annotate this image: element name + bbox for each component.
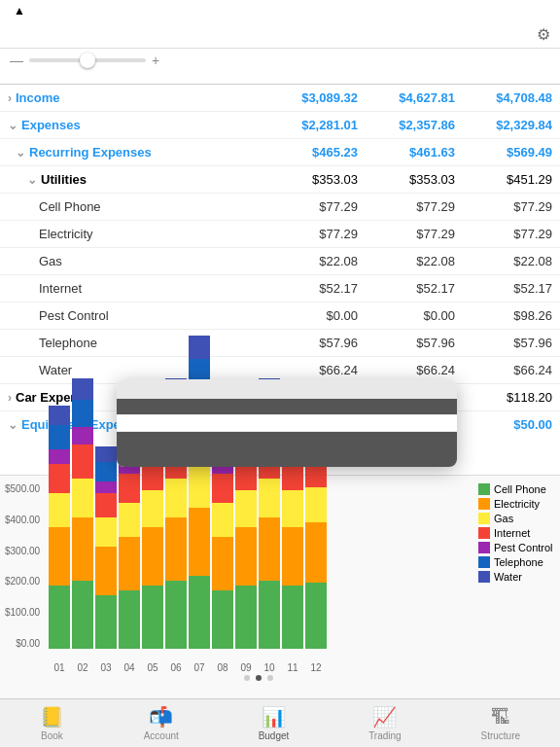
chevron-icon: ⌄ — [8, 119, 18, 132]
table-row[interactable]: Gas $22.08 $22.08 $22.08 — [0, 248, 560, 275]
tab-icon: 📒 — [40, 705, 64, 729]
bar-segment — [119, 590, 140, 649]
row-col3: $98.26 — [463, 304, 560, 327]
tab-book[interactable]: 📒 Book — [32, 701, 72, 745]
x-axis-label: 11 — [282, 662, 303, 673]
legend-label: Electricity — [494, 498, 540, 510]
legend-color — [478, 483, 490, 495]
legend-color — [478, 498, 490, 510]
chevron-icon: › — [8, 391, 12, 405]
legend-item: Cell Phone — [478, 483, 554, 495]
x-axis-label: 04 — [119, 662, 140, 673]
bar-group[interactable] — [49, 406, 70, 649]
zoom-slider-row: — + — [0, 49, 560, 72]
col-july[interactable] — [366, 72, 463, 84]
bar-segment — [119, 537, 140, 590]
bar-segment — [72, 378, 93, 400]
legend-item: Internet — [478, 527, 554, 539]
zoom-in-button[interactable]: + — [152, 53, 159, 68]
table-row[interactable]: Electricity $77.29 $77.29 $77.29 — [0, 221, 560, 248]
bar-segment — [72, 400, 93, 427]
dot-3[interactable] — [267, 675, 273, 681]
tab-budget[interactable]: 📊 Budget — [251, 701, 298, 745]
table-header — [0, 72, 560, 85]
chevron-icon: ⌄ — [16, 146, 25, 160]
table-row[interactable]: ⌄Utilities $353.03 $353.03 $451.29 — [0, 166, 560, 194]
tab-structure[interactable]: 🏗 Structure — [472, 702, 528, 745]
bar-segment — [189, 576, 210, 649]
row-col3: $77.29 — [463, 223, 560, 245]
tab-account[interactable]: 📬 Account — [136, 701, 187, 745]
bar-segment — [95, 446, 117, 462]
chevron-icon: › — [8, 91, 12, 105]
row-label: Electricity — [0, 223, 268, 245]
legend-label: Internet — [494, 527, 530, 539]
legend-color — [478, 542, 490, 553]
table-row[interactable]: Cell Phone $77.29 $77.29 $77.29 — [0, 194, 560, 221]
tab-icon: 📊 — [262, 705, 286, 729]
bar-segment — [305, 522, 327, 583]
legend-label: Gas — [494, 513, 513, 524]
row-label: ⌄Utilities — [0, 168, 268, 191]
row-col1: $465.23 — [268, 141, 366, 163]
row-col3: $52.17 — [463, 277, 560, 300]
chart-bars — [49, 483, 469, 649]
slider-thumb[interactable] — [80, 53, 95, 68]
bar-segment — [95, 462, 117, 481]
row-col2: $77.29 — [366, 223, 463, 245]
row-col2: $22.08 — [366, 250, 463, 272]
row-col3: $57.96 — [463, 332, 560, 354]
tab-icon: 📈 — [372, 705, 397, 729]
table-row[interactable]: Telephone $57.96 $57.96 $57.96 — [0, 330, 560, 357]
zoom-slider[interactable] — [29, 58, 146, 62]
bar-segment — [49, 425, 70, 449]
gear-icon[interactable]: ⚙ — [537, 25, 550, 44]
bar-segment — [95, 547, 117, 595]
x-axis-label: 07 — [189, 662, 210, 673]
zoom-out-button[interactable]: — — [10, 53, 23, 68]
row-col2: $66.24 — [366, 359, 463, 381]
legend-label: Cell Phone — [494, 483, 546, 495]
bar-segment — [119, 474, 140, 503]
bar-segment — [95, 481, 117, 493]
bar-segment — [49, 586, 70, 649]
legend-color — [478, 556, 490, 568]
bar-segment — [72, 479, 93, 517]
bar-segment — [212, 537, 233, 590]
table-row[interactable]: Internet $52.17 $52.17 $52.17 — [0, 275, 560, 302]
table-row[interactable]: Pest Control $0.00 $0.00 $98.26 — [0, 302, 560, 330]
bar-segment — [142, 586, 163, 649]
table-row[interactable]: ⌄Recurring Expenses $465.23 $461.63 $569… — [0, 139, 560, 166]
dot-2[interactable] — [256, 675, 262, 681]
tab-label: Budget — [259, 730, 290, 741]
row-col3: $4,708.48 — [463, 87, 560, 109]
row-label: Water — [0, 359, 268, 381]
row-label: ⌄Expenses — [0, 114, 268, 136]
row-col2: $461.63 — [366, 141, 463, 163]
bar-segment — [72, 581, 93, 649]
bar-segment — [95, 517, 117, 547]
legend-color — [478, 571, 490, 583]
bar-segment — [95, 493, 117, 517]
bar-segment — [119, 503, 140, 537]
bar-group[interactable] — [72, 378, 93, 649]
dot-1[interactable] — [244, 675, 250, 681]
chevron-icon: ⌄ — [27, 173, 37, 187]
col-august[interactable] — [463, 72, 560, 84]
bar-group[interactable] — [95, 446, 117, 649]
table-row[interactable]: ›Income $3,089.32 $4,627.81 $4,708.48 — [0, 85, 560, 112]
bar-segment — [95, 595, 117, 649]
col-june[interactable] — [268, 72, 366, 84]
signal-icon: ▲ — [14, 4, 25, 18]
legend-label: Telephone — [494, 556, 543, 568]
table-row[interactable]: ⌄Expenses $2,281.01 $2,357.86 $2,329.84 — [0, 112, 560, 139]
row-label: ⌄Recurring Expenses — [0, 141, 268, 163]
row-col3: $569.49 — [463, 141, 560, 163]
bar-segment — [212, 503, 233, 537]
bar-segment — [259, 479, 280, 517]
row-label: Telephone — [0, 332, 268, 354]
x-axis-label: 03 — [95, 662, 117, 673]
x-axis-label: 09 — [235, 662, 257, 673]
tab-trading[interactable]: 📈 Trading — [361, 701, 409, 745]
tab-icon: 🏗 — [491, 706, 510, 729]
